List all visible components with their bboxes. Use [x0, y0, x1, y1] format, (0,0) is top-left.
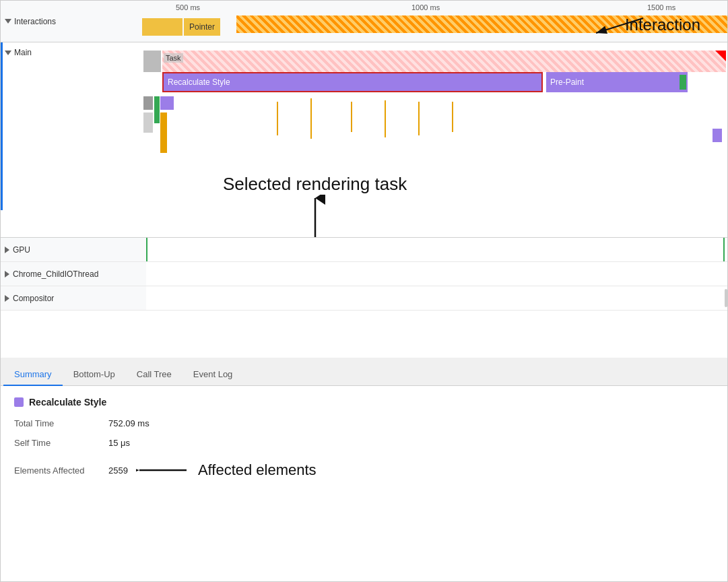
recalc-style-bar[interactable]: Recalculate Style [162, 72, 543, 92]
interactions-timeline: 500 ms 1000 ms 1500 ms Pointer [142, 1, 727, 42]
gpu-green-line-right [723, 238, 725, 261]
tabs-bar: Summary Bottom-Up Call Tree Event Log [1, 358, 727, 386]
prepaint-green-block [680, 75, 686, 90]
compositor-expand-icon[interactable] [5, 295, 9, 302]
compositor-label: Compositor [13, 294, 54, 303]
svg-line-1 [596, 18, 643, 33]
tick-4 [385, 100, 386, 137]
time-marker-500: 500 ms [176, 3, 200, 11]
interactions-label: Interactions [1, 17, 142, 26]
time-markers: 500 ms 1000 ms 1500 ms [142, 1, 727, 14]
self-time-row: Self Time 15 μs [14, 438, 714, 448]
tick-1 [277, 102, 278, 135]
tick-6 [452, 102, 453, 132]
affected-arrow-icon [136, 460, 190, 480]
small-gray-2 [143, 112, 153, 133]
main-collapse-icon[interactable] [5, 51, 11, 55]
chrome-label: Chrome_ChildIOThread [13, 269, 98, 279]
time-marker-1500: 1500 ms [647, 3, 675, 11]
small-orange-1 [160, 112, 167, 153]
prepaint-bar[interactable]: Pre-Paint [546, 72, 688, 92]
interactions-collapse-icon[interactable] [5, 19, 11, 24]
elements-affected-row: Elements Affected 2559 Affected elements [14, 457, 714, 480]
interaction-arrow [576, 13, 657, 55]
total-time-label: Total Time [14, 418, 108, 428]
affected-elements-text: Affected elements [198, 461, 317, 479]
elements-label: Elements Affected [14, 465, 108, 476]
total-time-row: Total Time 752.09 ms [14, 418, 714, 428]
compositor-track [146, 286, 727, 310]
selected-task-arrow [302, 195, 329, 238]
gpu-expand-icon[interactable] [5, 247, 9, 253]
selected-task-text: Selected rendering task [223, 174, 407, 195]
tick-2 [310, 98, 312, 139]
main-row: Main Task Recalculate Style Pre-Paint [1, 42, 727, 238]
chrome-expand-icon[interactable] [5, 271, 9, 278]
interactions-row: Interactions 500 ms 1000 ms 1500 ms Poin… [1, 1, 727, 42]
gpu-green-line-left [146, 238, 147, 261]
elements-annotation-row: 2559 Affected elements [108, 460, 317, 480]
small-green-1 [154, 96, 160, 123]
pointer-yellow-block [142, 18, 183, 36]
chrome-section: Chrome_ChildIOThread [1, 262, 727, 286]
summary-title-row: Recalculate Style [14, 397, 714, 408]
compositor-row: Compositor [1, 286, 727, 311]
summary-title-text: Recalculate Style [29, 397, 106, 408]
gpu-row: GPU [1, 238, 727, 262]
total-time-value: 752.09 ms [108, 418, 150, 428]
chrome-row: Chrome_ChildIOThread [1, 262, 727, 286]
tab-bottom-up[interactable]: Bottom-Up [63, 364, 126, 386]
prepaint-label: Pre-Paint [550, 77, 584, 87]
gpu-section: GPU [1, 238, 727, 262]
compositor-section: Compositor [1, 286, 727, 311]
small-purple-1 [160, 96, 174, 110]
tick-3 [351, 102, 352, 132]
interactions-section-title: Interactions [14, 17, 56, 26]
time-marker-1000: 1000 ms [411, 3, 440, 11]
small-purple-2 [713, 129, 722, 142]
tab-summary[interactable]: Summary [3, 364, 63, 386]
main-label-area: Main [1, 42, 142, 237]
compositor-label-area: Compositor [5, 294, 146, 303]
main-title: Main [5, 48, 138, 57]
task-label: Task [164, 53, 183, 63]
recalc-style-label: Recalculate Style [168, 77, 230, 87]
main-section-title: Main [14, 48, 32, 57]
small-blocks-area [142, 95, 727, 176]
tab-event-log[interactable]: Event Log [183, 364, 244, 386]
compositor-scrollbar [725, 289, 727, 307]
self-time-label: Self Time [14, 438, 108, 448]
tab-call-tree[interactable]: Call Tree [126, 364, 183, 386]
self-time-value: 15 μs [108, 438, 130, 448]
purple-square-icon [14, 397, 24, 407]
chrome-track [146, 262, 727, 286]
selected-task-annotation: Selected rendering task [223, 174, 407, 238]
elements-value: 2559 [108, 465, 128, 476]
summary-panel: Recalculate Style Total Time 752.09 ms S… [1, 386, 727, 500]
gpu-label-area: GPU [5, 245, 146, 255]
tick-5 [418, 102, 420, 135]
gpu-label: GPU [13, 245, 30, 255]
task-gray-block [143, 51, 161, 72]
gpu-track [146, 238, 727, 261]
chrome-label-area: Chrome_ChildIOThread [5, 269, 146, 279]
interaction-track: Pointer [142, 15, 727, 38]
pointer-label: Pointer [184, 18, 220, 36]
small-gray-1 [143, 96, 153, 110]
